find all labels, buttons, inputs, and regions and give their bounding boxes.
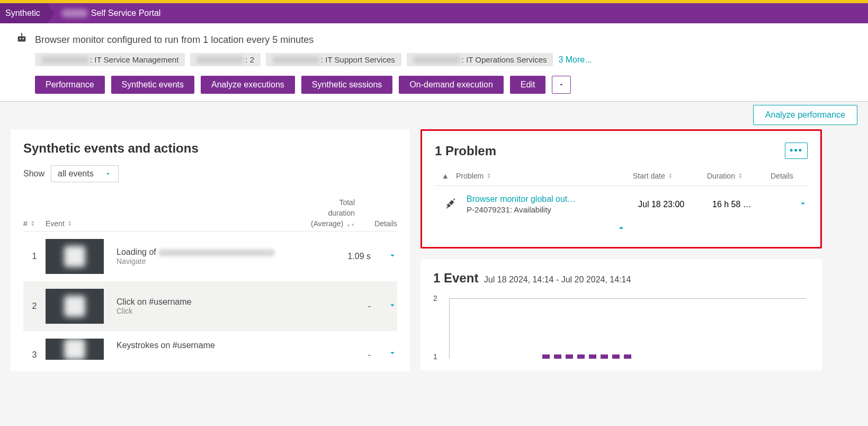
chart-bar [589,354,596,359]
svg-rect-3 [21,34,22,37]
breadcrumb-root[interactable]: Synthetic [0,3,48,23]
problem-link[interactable]: Browser monitor global out… [467,194,576,203]
svg-point-2 [22,38,24,40]
performance-button[interactable]: Performance [35,76,105,94]
y-tick: 2 [433,294,437,303]
event-thumbnail[interactable] [46,339,104,360]
table-row: 3 Keystrokes on #username - [23,331,397,360]
col-details: Details [355,219,397,228]
col-problem[interactable]: Problem▲▼ [456,172,633,180]
col-start[interactable]: Start date▲▼ [633,172,707,180]
tags-more-link[interactable]: 3 More... [558,55,592,65]
problem-row: Browser monitor global out… P-24079231: … [435,186,808,219]
chart-bar [601,354,608,359]
expand-row[interactable] [371,251,397,262]
breadcrumb-label: Self Service Portal [91,8,161,18]
chevron-up-icon [616,223,627,233]
svg-point-4 [21,33,23,34]
row-number: 1 [23,252,46,261]
collapse-problems[interactable] [435,223,808,235]
synthetic-sessions-button[interactable]: Synthetic sessions [301,76,393,94]
problem-more-button[interactable]: ••• [785,143,808,159]
chevron-down-icon [104,170,112,178]
chevron-down-icon [388,348,397,358]
page-header: Browser monitor configured to run from 1… [0,23,868,102]
chevron-down-icon [388,300,397,310]
row-number: 3 [23,350,46,360]
event-chart: 2 1 [433,295,809,359]
event-subtitle: Navigate [117,257,318,265]
col-event[interactable]: Event▲▼ [46,219,286,228]
event-thumbnail[interactable] [46,289,104,324]
event-subtitle: Click [117,307,318,315]
analyze-executions-button[interactable]: Analyze executions [201,76,295,94]
problem-duration: 16 h 58 … [712,200,776,209]
table-row: 1 Loading of Navigate 1.09 s [23,232,397,281]
chart-bar [566,354,573,359]
tags-row: : IT Service Management : 2 : IT Support… [35,53,852,66]
expand-row[interactable] [371,300,397,312]
event-thumbnail[interactable] [46,239,104,274]
row-number: 2 [23,301,46,311]
synthetic-events-button[interactable]: Synthetic events [111,76,194,94]
dropdown-value: all events [58,169,94,179]
event-time-range: Jul 18 2024, 14:14 - Jul 20 2024, 14:14 [484,275,631,284]
events-filter-dropdown[interactable]: all events [51,165,119,182]
event-panel-title: 1 Event [433,271,478,285]
tag[interactable]: : IT Support Services [266,53,401,66]
tag[interactable]: : 2 [190,53,261,66]
chart-bar [577,354,585,359]
more-actions-dropdown[interactable] [552,76,571,94]
breadcrumb-current: Self Service Portal [48,8,161,18]
svg-point-1 [20,38,21,40]
problem-start: Jul 18 23:00 [638,200,712,209]
col-duration[interactable]: Total duration (Average) ▲▼ [286,198,355,228]
breadcrumb: Synthetic Self Service Portal [0,3,868,23]
analyze-performance-button[interactable]: Analyze performance [753,105,857,125]
event-duration: 1.09 s [318,252,371,261]
event-title: Keystrokes on #username [117,341,318,350]
chart-bar [612,354,620,359]
redacted-text [61,9,88,17]
problem-card: 1 Problem ••• ▲ Problem▲▼ Start date▲▼ D… [420,129,822,248]
monitor-config-text: Browser monitor configured to run from 1… [35,34,314,46]
expand-problem[interactable] [776,199,808,210]
event-title: Click on #username [117,297,318,307]
chevron-down-icon [558,81,565,88]
event-card: 1 Event Jul 18 2024, 14:14 - Jul 20 2024… [420,259,822,370]
col-duration[interactable]: Duration▲▼ [707,172,771,180]
col-details: Details [771,172,808,180]
action-buttons: Performance Synthetic events Analyze exe… [35,76,852,94]
event-duration: - [318,301,371,311]
chart-bar [624,354,631,359]
tag[interactable]: : IT Service Management [35,53,185,66]
on-demand-execution-button[interactable]: On-demand execution [399,76,503,94]
chart-bar [554,354,561,359]
event-title: Loading of [117,247,318,257]
events-actions-card: Synthetic events and actions Show all ev… [11,129,410,371]
edit-button[interactable]: Edit [510,76,546,94]
tag[interactable]: : IT Operations Services [407,53,553,66]
events-panel-title: Synthetic events and actions [23,141,397,156]
table-row: 2 Click on #username Click - [23,281,397,331]
events-table-header: #▲▼ Event▲▼ Total duration (Average) ▲▼ … [23,195,397,232]
svg-rect-0 [18,36,26,41]
plug-icon [435,197,467,212]
chart-bar [542,354,550,359]
problem-panel-title: 1 Problem [435,144,496,158]
chevron-down-icon [388,251,397,260]
event-duration: - [318,350,371,360]
col-num[interactable]: #▲▼ [23,219,46,228]
robot-icon [16,33,28,47]
redacted-text [158,249,275,256]
problem-subtitle: P-24079231: Availability [467,205,638,214]
col-sort[interactable]: ▲ [435,172,456,180]
expand-row[interactable] [371,348,397,360]
show-label: Show [23,169,44,179]
problem-table-header: ▲ Problem▲▼ Start date▲▼ Duration▲▼ Deta… [435,166,808,186]
y-tick: 1 [433,352,437,361]
chevron-down-icon [798,199,808,208]
